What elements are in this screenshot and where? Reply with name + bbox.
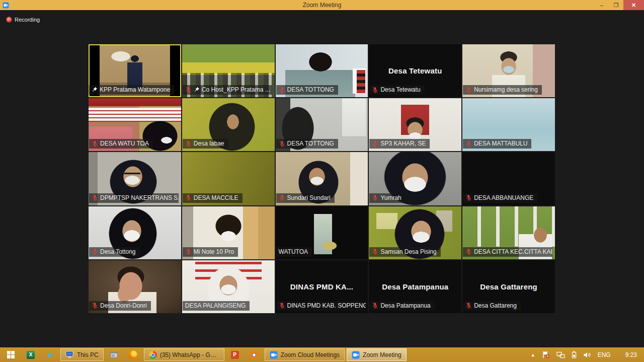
- close-button[interactable]: ✕: [623, 0, 644, 10]
- muted-mic-icon: [279, 87, 285, 93]
- muted-mic-icon: [372, 140, 378, 147]
- muted-mic-icon: [279, 140, 285, 147]
- taskbar-item-label: Zoom Meeting: [363, 351, 401, 358]
- participant-tile[interactable]: Sundari Sundari: [276, 152, 368, 205]
- muted-mic-icon: [465, 87, 472, 93]
- participant-label: DESA CITTA KEC.CITTA KAB...: [463, 247, 552, 257]
- participant-label: Desa Patampanua: [369, 301, 434, 311]
- muted-mic-icon: [372, 302, 378, 309]
- taskbar-item-this-pc-this-pc[interactable]: This PC: [60, 348, 104, 361]
- participant-tile[interactable]: Mi Note 10 Pro: [182, 206, 275, 259]
- muted-mic-icon: [465, 248, 472, 255]
- participant-label: DESA MATTABULU: [463, 139, 531, 149]
- participant-tile[interactable]: DESA MACCILE: [182, 152, 275, 205]
- participant-name: KPP Pratama Watampone: [100, 86, 170, 93]
- participant-tile[interactable]: KPP Pratama Watampone: [89, 44, 181, 97]
- participant-name: Nursimamg desa sering: [474, 86, 538, 93]
- participant-tile[interactable]: DESA ABBANUANGE: [462, 152, 555, 205]
- taskbar: XeThis PC(35) WhatsApp - Goo...PZoom Clo…: [0, 347, 644, 362]
- taskbar-item-zoom-zoom-cloud-meetings[interactable]: Zoom Cloud Meetings: [265, 348, 345, 361]
- muted-mic-icon: [92, 302, 98, 309]
- participant-tile[interactable]: DESA TOTTONG: [276, 98, 368, 151]
- participant-label: Sundari Sundari: [276, 193, 335, 203]
- taskbar-item-powerpoint[interactable]: P: [225, 347, 245, 362]
- window-title: Zoom Meeting: [0, 2, 644, 9]
- recording-icon: [7, 17, 12, 22]
- participant-tile[interactable]: Desa GattarengDesa Gattareng: [462, 260, 555, 313]
- participant-label: Desa Gattareng: [463, 301, 521, 311]
- participant-label: DESA WATU TOA: [89, 139, 153, 149]
- participant-name: Desa Tetewatu: [380, 86, 420, 93]
- participant-name: DESA ABBANUANGE: [474, 194, 533, 201]
- participant-name: Sundari Sundari: [287, 194, 331, 201]
- meeting-canvas: Recording KPP Pratama WatamponeCo Host_K…: [0, 10, 644, 347]
- muted-mic-icon: [372, 87, 378, 93]
- network-icon[interactable]: [556, 351, 565, 358]
- participant-name: Samsan Desa Pising: [380, 248, 436, 255]
- participant-label: DESA TOTTONG: [276, 85, 338, 95]
- restore-button[interactable]: ❐: [609, 0, 623, 10]
- participant-tile[interactable]: DESA MATTABULU: [462, 98, 555, 151]
- taskbar-item-ie[interactable]: e: [40, 347, 59, 362]
- action-center-flag-icon[interactable]: [542, 351, 550, 358]
- participant-name: Desa labae: [194, 140, 224, 147]
- taskbar-item-label: This PC: [77, 351, 99, 358]
- participant-tile[interactable]: Samsan Desa Pising: [369, 206, 461, 259]
- participant-tile[interactable]: Co Host_KPP Pratama ...: [182, 44, 275, 97]
- participant-tile[interactable]: Nursimamg desa sering: [462, 44, 555, 97]
- pin-icon: [92, 87, 98, 93]
- taskbar-item-zoom-zoom-meeting[interactable]: Zoom Meeting: [347, 348, 407, 361]
- participant-tile[interactable]: Desa Donri-Donri: [89, 260, 181, 313]
- participant-tile[interactable]: SP3 KAHAR, SE: [369, 98, 461, 151]
- muted-mic-icon: [92, 194, 98, 201]
- participant-tile[interactable]: Desa Tottong: [89, 206, 181, 259]
- minimize-button[interactable]: –: [594, 0, 609, 10]
- recording-label: Recording: [15, 17, 40, 23]
- participant-tile[interactable]: Desa TetewatuDesa Tetewatu: [369, 44, 461, 97]
- taskbar-item-excel[interactable]: X: [21, 347, 40, 362]
- participant-name: SP3 KAHAR, SE: [380, 140, 426, 147]
- participant-tile[interactable]: DESA PALANGISENG: [182, 260, 275, 313]
- participant-tile[interactable]: Desa PatampanuaDesa Patampanua: [369, 260, 461, 313]
- this-pc-icon: [65, 351, 74, 358]
- participant-label: SP3 KAHAR, SE: [369, 139, 430, 149]
- taskbar-item-chrome-35-whatsapp-goo[interactable]: (35) WhatsApp - Goo...: [144, 348, 224, 361]
- participant-name: DPMPTSP NAKERTRANS S...: [100, 194, 179, 201]
- participant-name: DESA MATTABULU: [474, 140, 527, 147]
- taskbar-item-app-window[interactable]: [105, 347, 124, 362]
- taskbar-item-firefox[interactable]: [124, 347, 143, 362]
- participant-name: DESA MACCILE: [194, 194, 238, 201]
- pin-icon: [194, 87, 200, 93]
- firefox-icon: [129, 350, 137, 359]
- participant-tile[interactable]: DESA TOTTONG: [276, 44, 368, 97]
- participant-name: Co Host_KPP Pratama ...: [202, 86, 270, 93]
- participant-name: DESA WATU TOA: [100, 140, 149, 147]
- participant-tile[interactable]: WATUTOA: [276, 206, 368, 259]
- language-indicator[interactable]: ENG: [598, 351, 611, 358]
- browser-orange-icon: [250, 351, 258, 359]
- participant-name: DESA CITTA KEC.CITTA KAB...: [474, 248, 552, 255]
- muted-mic-icon: [372, 248, 378, 255]
- tray-expand-icon[interactable]: ▲: [531, 352, 535, 357]
- window-titlebar: Zoom Meeting – ❐ ✕: [0, 0, 644, 10]
- participant-tile[interactable]: DPMPTSP NAKERTRANS S...: [89, 152, 181, 205]
- muted-mic-icon: [185, 194, 192, 201]
- participant-name: Desa Gattareng: [474, 302, 517, 309]
- muted-mic-icon: [279, 194, 285, 201]
- participant-tile[interactable]: Desa labae: [182, 98, 275, 151]
- participant-label: DESA PALANGISENG: [183, 301, 250, 311]
- participant-tile[interactable]: Yumrah: [369, 152, 461, 205]
- participant-label: Desa Donri-Donri: [89, 301, 151, 311]
- participant-tile[interactable]: DESA CITTA KEC.CITTA KAB...: [462, 206, 555, 259]
- start-button[interactable]: [0, 347, 21, 362]
- clock[interactable]: 9:23: [625, 351, 637, 358]
- battery-icon[interactable]: [572, 351, 577, 358]
- participant-label: DPMPTSP NAKERTRANS S...: [89, 193, 179, 203]
- muted-mic-icon: [465, 194, 472, 201]
- taskbar-item-label: Zoom Cloud Meetings: [281, 351, 340, 358]
- participant-tile[interactable]: DINAS PMD KA...DINAS PMD KAB. SOPPENG: [276, 260, 368, 313]
- speaker-icon[interactable]: [583, 351, 591, 358]
- participant-tile[interactable]: DESA WATU TOA: [89, 98, 181, 151]
- system-tray: ▲ ENG 9:23: [531, 347, 644, 362]
- taskbar-item-browser-orange[interactable]: [245, 347, 264, 362]
